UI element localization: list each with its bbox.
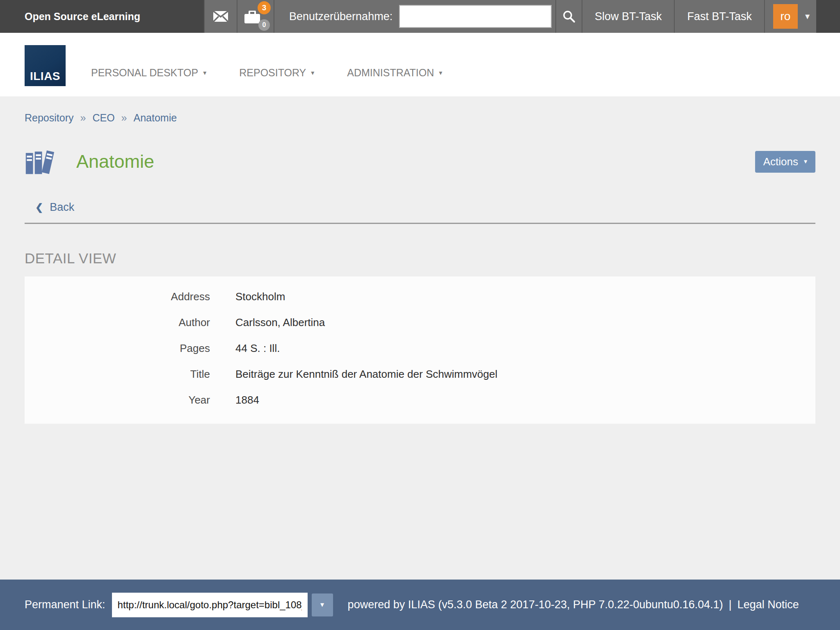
table-row: Title Beiträge zur Kenntniß der Anatomie…: [25, 361, 815, 387]
powered-by-text: powered by ILIAS (v5.3.0 Beta 2 2017-10-…: [348, 598, 723, 611]
table-row: Address Stockholm: [25, 284, 815, 310]
detail-row-value: Beiträge zur Kenntniß der Anatomie der S…: [235, 368, 498, 381]
footer-divider: |: [729, 598, 732, 611]
detail-row-label: Title: [25, 368, 210, 381]
permalink-dropdown-button[interactable]: ▾: [312, 593, 333, 616]
detail-row-label: Year: [25, 394, 210, 406]
chevron-down-icon: ▾: [804, 158, 807, 165]
topbar: Open Source eLearning 3 0 Benutzerüberna…: [0, 0, 840, 33]
detail-row-label: Pages: [25, 342, 210, 355]
app-title: Open Source eLearning: [0, 0, 204, 33]
table-row: Year 1884: [25, 387, 815, 413]
chevron-left-icon: ❮: [35, 202, 43, 213]
breadcrumb-repository[interactable]: Repository: [25, 112, 74, 124]
detail-row-value: 44 S. : Ill.: [235, 342, 280, 355]
search-icon: [562, 10, 575, 23]
detail-view-heading: DETAIL VIEW: [25, 250, 840, 267]
nav-repository[interactable]: REPOSITORY ▾: [239, 67, 314, 79]
task-count-badge-secondary: 0: [258, 19, 270, 31]
chevron-down-icon: ▾: [203, 70, 206, 76]
breadcrumb-separator: »: [121, 112, 127, 124]
task-count-badge: 3: [258, 1, 271, 14]
detail-row-value: 1884: [235, 394, 259, 406]
detail-row-label: Author: [25, 316, 210, 329]
impersonate-label: Benutzerübernahme:: [289, 10, 393, 23]
impersonation-bar: Benutzerübernahme:: [274, 0, 555, 33]
nav-personal-desktop[interactable]: PERSONAL DESKTOP ▾: [91, 67, 206, 79]
nav-items: PERSONAL DESKTOP ▾ REPOSITORY ▾ ADMINIST…: [91, 33, 442, 96]
table-row: Pages 44 S. : Ill.: [25, 336, 815, 361]
fast-bt-task-button[interactable]: Fast BT-Task: [675, 0, 765, 33]
page: Open Source eLearning 3 0 Benutzerüberna…: [0, 0, 840, 630]
mail-button[interactable]: [204, 0, 237, 33]
logo-text: ILIAS: [30, 70, 60, 83]
detail-row-value: Stockholm: [235, 290, 285, 303]
back-button[interactable]: ❮ Back: [35, 201, 74, 214]
detail-row-value: Carlsson, Albertina: [235, 316, 325, 329]
breadcrumb-separator: »: [80, 112, 86, 124]
chevron-down-icon: ▾: [311, 70, 314, 76]
page-header: Anatomie Actions ▾: [0, 124, 840, 176]
nav-administration[interactable]: ADMINISTRATION ▾: [347, 67, 442, 79]
topbar-corner: [816, 0, 840, 33]
permalink-input[interactable]: [112, 593, 308, 617]
page-title: Anatomie: [76, 151, 154, 172]
impersonate-input[interactable]: [399, 5, 552, 28]
breadcrumb: Repository » CEO » Anatomie: [0, 96, 840, 124]
avatar[interactable]: ro: [773, 4, 798, 29]
ilias-logo[interactable]: ILIAS: [25, 45, 66, 86]
bibliography-books-icon: [25, 148, 61, 176]
detail-panel: Address Stockholm Author Carlsson, Alber…: [25, 276, 815, 424]
detail-row-label: Address: [25, 290, 210, 303]
background-tasks-button[interactable]: 3 0: [237, 0, 274, 33]
permalink-label: Permanent Link:: [25, 598, 105, 611]
chevron-down-icon[interactable]: ▾: [805, 12, 810, 21]
main-navigation: ILIAS PERSONAL DESKTOP ▾ REPOSITORY ▾ AD…: [0, 33, 840, 96]
chevron-down-icon: ▾: [439, 70, 442, 76]
user-menu: ro ▾: [765, 0, 816, 33]
mail-icon: [213, 11, 228, 22]
table-row: Author Carlsson, Albertina: [25, 310, 815, 336]
search-button[interactable]: [555, 0, 582, 33]
slow-bt-task-button[interactable]: Slow BT-Task: [582, 0, 675, 33]
toolbar: ❮ Back: [25, 201, 815, 224]
legal-notice-link[interactable]: Legal Notice: [737, 598, 799, 611]
chevron-down-icon: ▾: [320, 600, 324, 609]
actions-button[interactable]: Actions ▾: [755, 151, 815, 173]
breadcrumb-ceo[interactable]: CEO: [92, 112, 114, 124]
briefcase-icon: [244, 11, 260, 24]
footer: Permanent Link: ▾ powered by ILIAS (v5.3…: [0, 580, 840, 630]
breadcrumb-anatomie[interactable]: Anatomie: [134, 112, 177, 124]
